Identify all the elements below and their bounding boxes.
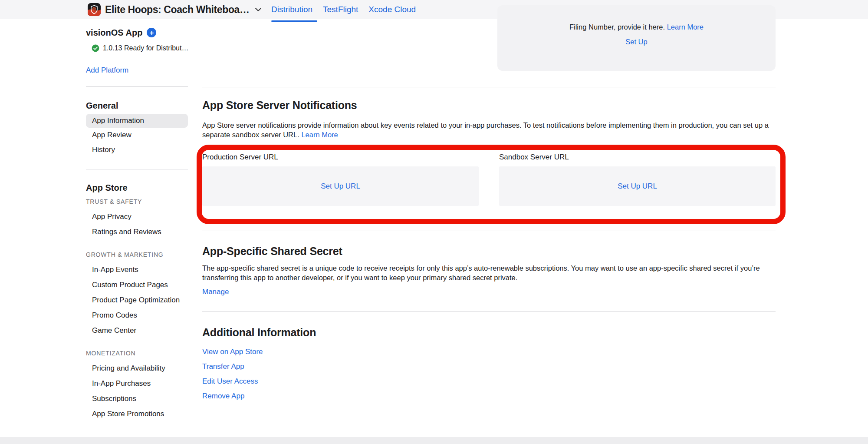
server-notifications-description: App Store server notifications provide i… [202, 120, 776, 139]
filing-message-row: Filing Number, provide it here. Learn Mo… [497, 23, 776, 31]
additional-links: View on App Store Transfer App Edit User… [202, 345, 263, 404]
sidebar-group-trust-safety: TRUST & SAFETY [86, 194, 188, 209]
app-title: Elite Hoops: Coach Whiteboa… [105, 4, 250, 16]
tab-distribution[interactable]: Distribution [271, 5, 312, 14]
server-notifications-title: App Store Server Notifications [202, 99, 357, 112]
filing-learn-more-link[interactable]: Learn More [667, 23, 704, 31]
sidebar-item-app-review[interactable]: App Review [86, 128, 188, 142]
filing-set-up-link[interactable]: Set Up [625, 38, 647, 46]
active-tab-indicator [271, 20, 317, 22]
manage-link[interactable]: Manage [202, 288, 229, 296]
sidebar-item-subscriptions[interactable]: Subscriptions [86, 391, 188, 406]
platform-title: visionOS App [86, 28, 142, 38]
transfer-app-link[interactable]: Transfer App [202, 359, 263, 374]
sidebar-heading-general: General [86, 99, 188, 112]
platform-header: visionOS App + [86, 26, 188, 39]
plus-circle-icon[interactable]: + [147, 28, 156, 37]
tab-xcode-cloud[interactable]: Xcode Cloud [368, 5, 416, 14]
filing-message: Filing Number, provide it here. [569, 23, 665, 31]
app-switcher[interactable]: Elite Hoops: Coach Whiteboa… [88, 0, 262, 19]
primary-tabs: Distribution TestFlight Xcode Cloud [271, 0, 416, 19]
sandbox-server-url-panel: Set Up URL [499, 166, 776, 206]
sidebar-item-pricing-availability[interactable]: Pricing and Availability [86, 361, 188, 376]
sidebar-item-product-page-optimization[interactable]: Product Page Optimization [86, 292, 188, 308]
shared-secret-title: App-Specific Shared Secret [202, 245, 342, 258]
server-notifications-description-text: App Store server notifications provide i… [202, 121, 769, 139]
sidebar-heading-app-store: App Store [86, 181, 188, 194]
shared-secret-description: The app-specific shared secret is a uniq… [202, 263, 776, 282]
footer-bar [0, 437, 868, 444]
production-set-up-url-link[interactable]: Set Up URL [321, 182, 360, 191]
sidebar-group-monetization: MONETIZATION [86, 346, 188, 361]
section-divider [202, 231, 776, 231]
remove-app-link[interactable]: Remove App [202, 389, 263, 404]
sidebar-item-app-information[interactable]: App Information [86, 114, 188, 128]
sidebar-item-custom-product-pages[interactable]: Custom Product Pages [86, 277, 188, 292]
app-icon [88, 3, 101, 16]
sidebar-item-app-privacy[interactable]: App Privacy [86, 209, 188, 224]
sidebar-item-in-app-purchases[interactable]: In-App Purchases [86, 376, 188, 391]
sidebar-item-history[interactable]: History [86, 142, 188, 157]
production-server-url-label: Production Server URL [202, 153, 278, 162]
sandbox-set-up-url-link[interactable]: Set Up URL [618, 182, 657, 191]
sidebar: visionOS App + 1.0.13 Ready for Distribu… [86, 23, 188, 421]
additional-information-title: Additional Information [202, 326, 316, 339]
sandbox-server-url-label: Sandbox Server URL [499, 153, 569, 162]
tab-testflight[interactable]: TestFlight [323, 5, 358, 14]
edit-user-access-link[interactable]: Edit User Access [202, 374, 263, 389]
sidebar-item-game-center[interactable]: Game Center [86, 323, 188, 338]
sidebar-divider [86, 86, 188, 87]
view-on-app-store-link[interactable]: View on App Store [202, 345, 263, 359]
add-platform-link[interactable]: Add Platform [86, 66, 128, 74]
sidebar-item-promo-codes[interactable]: Promo Codes [86, 308, 188, 323]
sidebar-divider [86, 169, 188, 169]
check-circle-icon [92, 44, 99, 52]
sidebar-item-ratings-reviews[interactable]: Ratings and Reviews [86, 224, 188, 239]
sidebar-item-app-store-promotions[interactable]: App Store Promotions [86, 406, 188, 421]
filing-number-card: Filing Number, provide it here. Learn Mo… [497, 5, 776, 71]
version-status-label: 1.0.13 Ready for Distribut… [103, 44, 188, 52]
notifications-learn-more-link[interactable]: Learn More [301, 131, 338, 139]
production-server-url-panel: Set Up URL [202, 166, 479, 206]
section-divider [202, 311, 776, 312]
version-status-row[interactable]: 1.0.13 Ready for Distribut… [86, 42, 188, 55]
chevron-down-icon [255, 7, 262, 12]
sidebar-group-growth-marketing: GROWTH & MARKETING [86, 247, 188, 262]
section-divider [202, 87, 776, 87]
sidebar-item-in-app-events[interactable]: In-App Events [86, 262, 188, 277]
